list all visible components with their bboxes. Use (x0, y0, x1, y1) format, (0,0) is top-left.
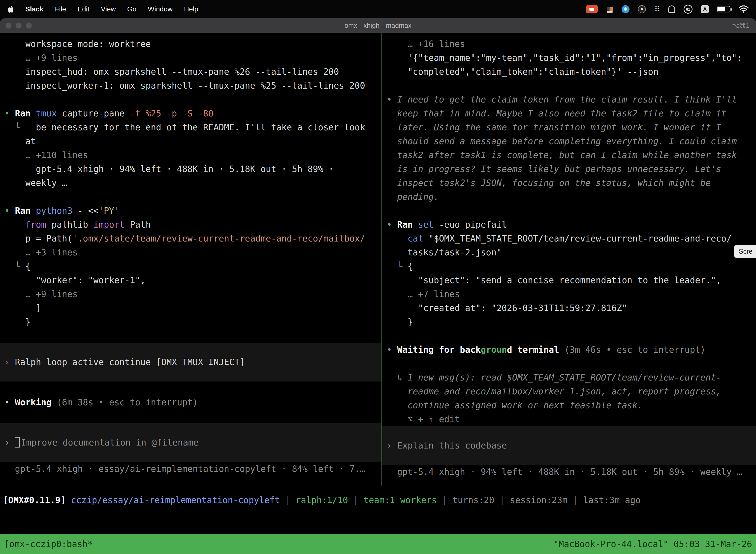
output-block: gpt-5.4 xhigh · essay/ai-reimplementatio… (4, 462, 381, 476)
text-segment: '.omx/state/team/review-current-readme-a… (72, 233, 365, 243)
terminal-line: › Ralph loop active continue [OMX_TMUX_I… (4, 355, 381, 369)
window-titlebar[interactable]: omx --xhigh --madmax ⌥⌘1 (0, 18, 756, 33)
terminal-line: "created_at": "2026-03-31T11:59:27.816Z" (387, 301, 756, 315)
text-segment: › (4, 438, 15, 447)
terminal-line: cat "$OMX_TEAM_STATE_ROOT/team/review-cu… (387, 232, 756, 245)
text-segment: [OMX#0.11.9] (3, 495, 66, 505)
screen-recording-indicator-icon[interactable] (586, 5, 598, 13)
text-segment: └ (4, 261, 25, 271)
text-segment: workspace_mode: worktree (4, 39, 151, 49)
tmux-session-info: [omx-cczip0:bash* (4, 539, 93, 549)
menu-go[interactable]: Go (127, 5, 136, 13)
terminal-line: } (4, 315, 381, 329)
input-source-icon[interactable]: A (701, 5, 709, 13)
output-block: • Working (6m 38s • esc to interrupt) (4, 382, 381, 423)
text-segment: Explain this codebase (397, 441, 507, 450)
text-segment: … +110 lines (4, 150, 88, 160)
terminal-line: workspace_mode: worktree (4, 37, 381, 51)
blue-app-icon[interactable] (622, 5, 630, 13)
text-segment: (6m 38s • esc to interrupt) (52, 397, 198, 407)
battery-nub (731, 8, 732, 11)
menu-file[interactable]: File (55, 5, 66, 13)
percent-badge-icon[interactable]: 61 (684, 5, 693, 14)
ghost-icon[interactable] (668, 5, 675, 13)
terminal-line: • Working (6m 38s • esc to interrupt) (4, 395, 381, 409)
terminal-line (4, 382, 381, 395)
text-segment: • (4, 108, 15, 118)
terminal-line: "subject": "send a concise recommendatio… (387, 273, 756, 287)
minimize-button[interactable] (16, 22, 21, 29)
terminal-line: ↳ 1 new msg(s): read $OMX_TEAM_STATE_ROO… (387, 371, 756, 384)
terminal-content: workspace_mode: worktree … +9 lines insp… (0, 33, 756, 554)
close-button[interactable] (5, 22, 11, 29)
terminal-line: › Improve documentation in @filename (4, 436, 381, 449)
terminal-line: continue assigned work or next feasible … (387, 398, 756, 412)
terminal-line: • Ran tmux capture-pane -t %25 -p -S -80 (4, 107, 381, 120)
terminal-line: inspect task2's JSON, focusing on the st… (387, 176, 756, 190)
text-segment (387, 233, 407, 243)
menu-help[interactable]: Help (184, 5, 198, 13)
text-segment: Improve documentation in @filename (21, 438, 198, 447)
text-segment: at (4, 136, 36, 146)
window-shortcut-hint: ⌥⌘1 (732, 18, 750, 33)
menu-bar-left: Slack File Edit View Go Window Help (7, 5, 198, 13)
terminal-line: gpt-5.4 xhigh · 94% left · 488K in · 5.1… (387, 465, 756, 479)
battery-icon[interactable] (717, 6, 730, 12)
terminal-line: • Waiting for background terminal (3m 46… (387, 343, 756, 357)
composer-band[interactable]: › Improve documentation in @filename (0, 423, 381, 462)
text-segment: is in progress? It seems likely but perh… (387, 164, 721, 174)
terminal-line: … +16 lines (387, 37, 756, 51)
text-segment: … +7 lines (387, 289, 460, 299)
battery-fill (718, 7, 725, 11)
text-segment: • (4, 206, 15, 216)
zoom-button[interactable] (26, 22, 32, 29)
text-segment: readme-and-reco/mailbox/worker-1.json, a… (387, 386, 721, 396)
dark-app-icon[interactable] (638, 5, 646, 13)
text-segment: Ralph loop active continue [OMX_TMUX_INJ… (15, 357, 245, 367)
terminal-line: keep that in mind. Maybe I also need the… (387, 107, 756, 120)
menu-bar-status-icons: ▦ ⠿ 61 A (586, 5, 749, 14)
text-segment: capture-pane (57, 108, 130, 118)
composer-band[interactable]: › Explain this codebase (382, 426, 756, 465)
menu-view[interactable]: View (101, 5, 116, 13)
terminal-line (387, 357, 756, 371)
terminal-line: └ { (4, 259, 381, 273)
text-segment: cat (407, 233, 428, 243)
text-segment: p = Path( (4, 233, 72, 243)
terminal-line: • Ran set -euo pipefail (387, 218, 756, 232)
wifi-icon[interactable] (739, 5, 749, 13)
text-segment: session:23m (510, 495, 567, 505)
text-segment (4, 220, 25, 230)
tmux-pane-right[interactable]: … +16 lines '{"team_name":"my-team","tas… (382, 33, 756, 486)
text-segment: Waiting for back (397, 345, 481, 355)
tmux-pane-left[interactable]: workspace_mode: worktree … +9 lines insp… (0, 33, 381, 486)
text-segment: } (4, 317, 30, 327)
text-segment: gpt-5.4 xhigh · essay/ai-reimplementatio… (4, 464, 365, 474)
tmux-status-bar: [omx-cczip0:bash* "MacBook-Pro-44.local"… (0, 534, 756, 554)
terminal-line (4, 329, 381, 343)
terminal-line: └ { (387, 259, 756, 273)
menu-edit[interactable]: Edit (77, 5, 89, 13)
text-segment: ↳ (387, 373, 407, 383)
apple-menu[interactable] (7, 5, 14, 13)
terminal-line (4, 409, 381, 423)
terminal-line: "completed","claim_token":"claim-token"}… (387, 65, 756, 79)
text-segment: 'PY' (99, 206, 119, 216)
grid-icon[interactable]: ▦ (606, 5, 613, 13)
text-segment: d terminal (507, 345, 559, 355)
terminal-line: p = Path('.omx/state/team/review-current… (4, 232, 381, 245)
terminal-line: • I need to get the claim token from the… (387, 93, 756, 107)
text-segment: … +16 lines (387, 39, 465, 49)
dots-grid-icon[interactable]: ⠿ (654, 5, 660, 13)
app-menu-slack[interactable]: Slack (25, 5, 44, 13)
output-block: gpt-5.4 xhigh · 94% left · 488K in · 5.1… (387, 465, 756, 479)
traffic-lights (5, 22, 32, 29)
composer-band[interactable]: › Ralph loop active continue [OMX_TMUX_I… (0, 343, 381, 382)
terminal-line: ⌥ + ↑ edit (387, 412, 756, 426)
menu-window[interactable]: Window (148, 5, 173, 13)
tmux-host-time: "MacBook-Pro-44.local" 05:03 31-Mar-26 (553, 539, 752, 549)
text-segment: gpt-5.4 xhigh · 94% left · 488K in · 5.1… (4, 164, 334, 174)
terminal-line: '{"team_name":"my-team","task_id":"1","f… (387, 51, 756, 65)
text-segment: • (387, 345, 397, 355)
terminal-line: … +9 lines (4, 287, 381, 301)
